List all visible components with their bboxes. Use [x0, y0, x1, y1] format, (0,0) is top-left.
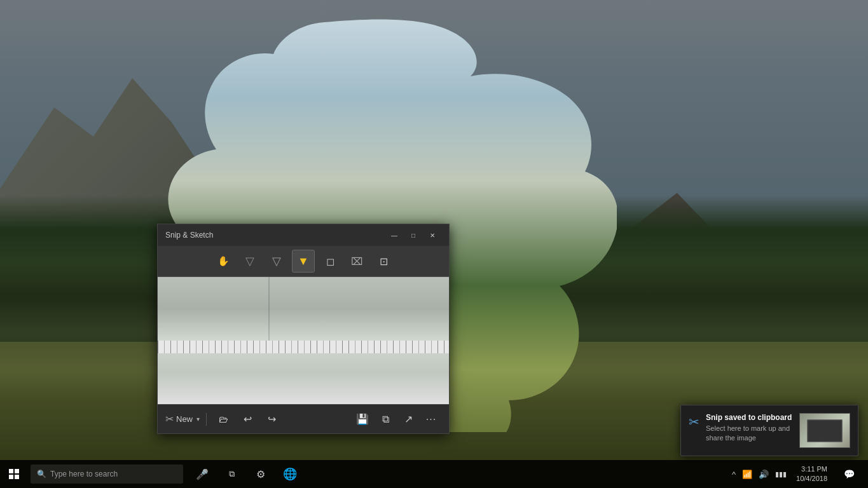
notification-content: Snip saved to clipboard Select here to m…	[706, 413, 793, 448]
notification-description: Select here to mark up and share the ima…	[706, 424, 793, 444]
time-display: 3:11 PM	[796, 464, 827, 474]
redo-button[interactable]: ↪	[261, 409, 282, 430]
bottom-right-buttons: 💾 ⧉ ↗ ···	[352, 409, 441, 430]
notification-preview	[799, 413, 850, 448]
settings-icon: ⚙	[256, 468, 265, 480]
touch-icon: ✋	[217, 255, 230, 267]
action-center-icon: 💬	[844, 469, 855, 479]
share-button[interactable]: ↗	[398, 409, 418, 430]
settings-taskbar-button[interactable]: ⚙	[247, 460, 275, 488]
date-display: 10/4/2018	[796, 474, 827, 484]
browser-taskbar-button[interactable]: 🌐	[276, 460, 304, 488]
window-titlebar: Snip & Sketch — □ ✕	[158, 224, 449, 246]
canvas-area[interactable]	[158, 277, 449, 404]
search-bar[interactable]: 🔍 Type here to search	[31, 464, 183, 484]
task-view-button[interactable]: ⧉	[217, 460, 245, 488]
browser-icon: 🌐	[283, 467, 297, 481]
crop-button[interactable]: ⊡	[372, 250, 395, 273]
copy-button[interactable]: ⧉	[375, 409, 396, 430]
ruler-marks	[158, 341, 449, 353]
taskbar-right: ^ 📶 🔊 ▮▮▮ 3:11 PM 10/4/2018 💬	[730, 460, 868, 488]
close-button[interactable]: ✕	[424, 229, 441, 241]
bottom-toolbar: ✂ New ▾ 🗁 ↩ ↪ 💾 ⧉ ↗ ···	[158, 404, 449, 433]
task-view-icon: ⧉	[229, 469, 235, 479]
minimize-button[interactable]: —	[385, 229, 403, 241]
window-title: Snip & Sketch	[165, 231, 213, 240]
notification-icon: ✂	[689, 414, 699, 448]
copy-icon: ⧉	[382, 414, 389, 425]
clock[interactable]: 3:11 PM 10/4/2018	[791, 463, 832, 485]
mini-window-preview	[808, 419, 843, 442]
pencil-button[interactable]: ▽	[265, 250, 288, 273]
windows-logo-icon	[9, 469, 19, 479]
volume-icon[interactable]: 🔊	[757, 467, 771, 482]
marker-icon: ▼	[298, 255, 309, 268]
new-snip-icon: ✂	[165, 413, 174, 425]
crop-icon: ⊡	[380, 255, 388, 268]
cortana-button[interactable]: 🎤	[188, 460, 216, 488]
save-icon: 💾	[356, 413, 369, 425]
new-button-group[interactable]: ✂ New ▾	[165, 413, 200, 425]
touch-writing-button[interactable]: ✋	[212, 250, 235, 273]
maximize-button[interactable]: □	[404, 229, 422, 241]
highlighter-icon: ⌧	[351, 255, 362, 268]
snip-notification[interactable]: ✂ Snip saved to clipboard Select here to…	[680, 405, 858, 456]
pencil-icon: ▽	[272, 254, 281, 268]
folder-icon: 🗁	[219, 414, 228, 424]
share-icon: ↗	[404, 413, 413, 425]
redo-icon: ↪	[268, 413, 276, 425]
tool-toolbar: ✋ ▽ ▽ ▼ ◻ ⌧ ⊡	[158, 246, 449, 277]
new-label: New	[176, 414, 193, 424]
toolbar-separator-1	[206, 413, 207, 426]
battery-icon[interactable]: ▮▮▮	[773, 468, 789, 481]
system-tray: ^ 📶 🔊 ▮▮▮	[730, 467, 789, 482]
ballpoint-pen-button[interactable]: ▽	[238, 250, 261, 273]
taskbar: 🔍 Type here to search 🎤 ⧉ ⚙ 🌐 ^ 📶 🔊 ▮▮▮ …	[0, 460, 868, 488]
open-file-button[interactable]: 🗁	[213, 409, 233, 430]
microphone-icon: 🎤	[196, 468, 209, 480]
action-center-button[interactable]: 💬	[835, 460, 863, 488]
canvas-top	[158, 277, 449, 341]
more-icon: ···	[426, 414, 436, 425]
eraser-button[interactable]: ◻	[319, 250, 341, 273]
marker-button[interactable]: ▼	[292, 250, 315, 273]
notification-preview-image	[800, 414, 850, 447]
undo-button[interactable]: ↩	[237, 409, 258, 430]
window-controls: — □ ✕	[385, 229, 441, 241]
search-placeholder: Type here to search	[50, 470, 118, 478]
taskbar-app-icons: 🎤 ⧉ ⚙ 🌐	[188, 460, 304, 488]
eraser-icon: ◻	[326, 255, 334, 268]
ruler	[158, 341, 449, 353]
canvas-divider	[268, 277, 270, 341]
show-hidden-icons[interactable]: ^	[730, 467, 738, 482]
search-icon: 🔍	[37, 470, 46, 478]
ballpoint-icon: ▽	[245, 254, 254, 268]
dropdown-arrow-icon: ▾	[196, 416, 200, 423]
undo-icon: ↩	[244, 413, 252, 425]
highlighter-button[interactable]: ⌧	[345, 250, 368, 273]
start-button[interactable]	[0, 460, 28, 488]
snip-sketch-window: Snip & Sketch — □ ✕ ✋ ▽ ▽ ▼ ◻ ⌧ ⊡	[157, 224, 450, 434]
canvas-content	[158, 277, 449, 404]
save-button[interactable]: 💾	[352, 409, 373, 430]
network-icon[interactable]: 📶	[740, 467, 754, 482]
notification-title: Snip saved to clipboard	[706, 413, 793, 422]
more-button[interactable]: ···	[421, 409, 441, 430]
